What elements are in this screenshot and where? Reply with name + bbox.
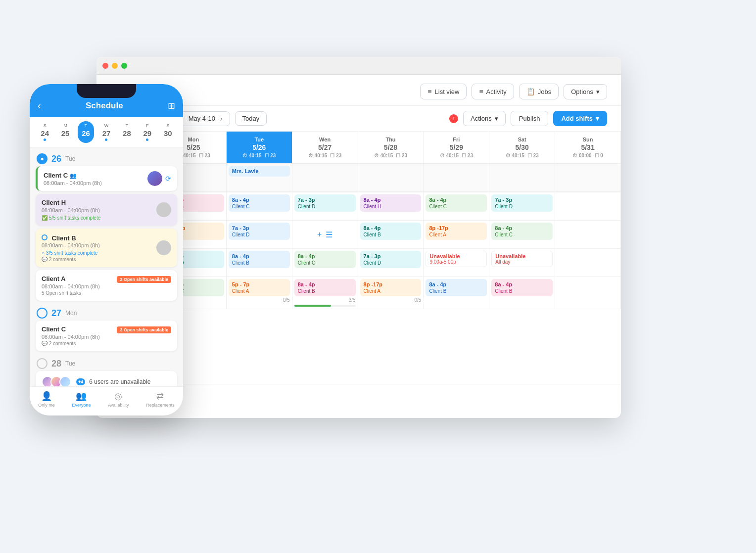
phone-bottom-nav: 👤 Only me 👥 Everyone ◎ Availability ⇄ Re… <box>30 386 183 415</box>
phone-inner: ‹ Schedule ⊞ S 24 M 25 T 26 W 27 <box>30 84 183 415</box>
shift-torres-sat[interactable]: 7a - 3p Client D <box>489 192 555 220</box>
options-button[interactable]: Options ▾ <box>564 84 607 99</box>
shift-colon-wen[interactable]: + ☰ <box>292 221 358 248</box>
phone-menu-button[interactable]: ⊞ <box>168 100 175 111</box>
shift-colon-sat[interactable]: 8a - 4p Client C <box>489 221 555 248</box>
availability-icon: ◎ <box>114 391 122 402</box>
shift-chip[interactable]: 7a - 3p Client D <box>294 194 356 212</box>
shift-higgins-sat[interactable]: 8a - 4p Client B <box>489 277 555 309</box>
shift-chip[interactable]: 8a - 4p Client H <box>360 194 422 212</box>
open-shift-chip-mrs-lavie[interactable]: Mrs. Lavie <box>229 166 290 177</box>
phone-date-item-thu28[interactable]: T 28 <box>119 121 135 143</box>
phone-date-strip: S 24 M 25 T 26 W 27 T 28 F <box>30 117 183 147</box>
phone-card-client-c[interactable]: Client C 👥 08:00am - 04:00pm (8h) ⟳ <box>36 166 177 191</box>
shift-elliott-fri[interactable]: Unavailable 9:00a-5:00p <box>424 249 489 276</box>
phone-notch <box>77 84 136 98</box>
shift-elliott-wen[interactable]: 8a - 4p Client C <box>292 249 358 276</box>
add-shift-cell[interactable]: + ☰ <box>294 223 356 246</box>
shift-chip[interactable]: 8a - 4p Client C <box>229 194 290 212</box>
browser-titlebar <box>96 57 621 75</box>
add-icon: + <box>317 230 322 239</box>
phone-nav-only-me[interactable]: 👤 Only me <box>38 391 55 408</box>
publish-button[interactable]: Publish <box>511 111 549 126</box>
shift-colon-tue[interactable]: 7a - 3p Client D <box>227 221 292 248</box>
open-shifts-badge: 2 Open shifts available <box>117 276 171 283</box>
browser-dot-red[interactable] <box>102 63 108 69</box>
shift-chip[interactable]: 7a - 3p Client D <box>229 223 290 240</box>
shift-chip[interactable]: 8a - 4p Client C <box>425 194 487 212</box>
phone-card-client-h[interactable]: Client H 08:00am - 04:00pm (8h) ✅ 5/5 sh… <box>36 194 177 226</box>
browser-dot-green[interactable] <box>121 63 127 69</box>
avatar <box>147 171 162 186</box>
shift-higgins-fri[interactable]: 8a - 4p Client B <box>424 277 489 309</box>
phone-date-item-wed27[interactable]: W 27 <box>98 121 115 143</box>
alert-badge: ! <box>449 114 458 123</box>
shift-higgins-wen[interactable]: 8a - 4p Client B 3/5 <box>292 277 358 309</box>
shift-torres-thu[interactable]: 8a - 4p Client H <box>358 192 424 220</box>
phone-date-item-fri29[interactable]: F 29 <box>139 121 155 143</box>
chevron-down-icon: ▾ <box>495 115 498 122</box>
open-shift-cell-thu <box>358 164 424 191</box>
activity-button[interactable]: ≡ Activity <box>472 84 514 99</box>
phone-section-28-header: 28 Tue <box>30 354 183 371</box>
shift-chip[interactable]: 8p -17p Client A <box>425 223 487 240</box>
phone-nav-replacements[interactable]: ⇄ Replacements <box>146 391 175 408</box>
date-range-label: May 4-10 <box>189 115 215 122</box>
shift-higgins-thu[interactable]: 8p -17p Client A 0/5 <box>358 277 424 309</box>
shift-elliott-tue[interactable]: 8a - 4p Client B <box>227 249 292 276</box>
phone-card-client-c-27[interactable]: Client C 3 Open shifts available 08:00am… <box>36 321 177 351</box>
shift-elliott-sat[interactable]: Unavailable All day <box>489 249 555 276</box>
day-header-tue526: Tue 5/26 ⏱ 40:15 ☐ 23 <box>227 132 292 163</box>
shift-elliott-sun <box>555 249 621 276</box>
phone-date-item-sun24[interactable]: S 24 <box>37 121 53 143</box>
shift-chip[interactable]: 8a - 4p Client B <box>229 251 290 268</box>
chevron-down-icon: ▾ <box>596 115 599 122</box>
shift-higgins-tue[interactable]: 5p - 7p Client A 0/5 <box>227 277 292 309</box>
phone-section-26-header: ● 26 Tue <box>30 149 183 166</box>
shift-chip[interactable]: 8a - 4p Client B <box>491 279 553 296</box>
shift-elliott-thu[interactable]: 7a - 3p Client D <box>358 249 424 276</box>
unavailable-chip: Unavailable 9:00a-5:00p <box>425 251 487 267</box>
list-view-button[interactable]: ≡ List view <box>420 84 467 99</box>
next-week-button[interactable]: › <box>220 115 223 123</box>
shift-chip[interactable]: 8p -17p Client A <box>360 279 422 296</box>
day-header-sat530: Sat 5/30 ⏱ 40:15 ☐ 23 <box>489 132 555 163</box>
phone-back-button[interactable]: ‹ <box>38 100 41 111</box>
refresh-icon[interactable]: ⟳ <box>165 175 171 183</box>
shift-chip[interactable]: 8a - 4p Client C <box>491 223 553 240</box>
chevron-down-icon: ▾ <box>596 88 600 95</box>
phone-date-item-mon25[interactable]: M 25 <box>57 121 74 143</box>
shift-torres-wen[interactable]: 7a - 3p Client D <box>292 192 358 220</box>
open-shift-cell-wen <box>292 164 358 191</box>
actions-button[interactable]: Actions ▾ <box>463 111 506 126</box>
unavail-text: 6 users are unavailable <box>89 378 150 385</box>
open-shifts-badge-27: 3 Open shifts available <box>117 326 171 333</box>
browser-dot-yellow[interactable] <box>112 63 118 69</box>
shift-chip[interactable]: 7a - 3p Client D <box>360 251 422 268</box>
shift-colon-fri[interactable]: 8p -17p Client A <box>424 221 489 248</box>
shift-chip[interactable]: 8a - 4p Client B <box>425 279 487 296</box>
shift-chip[interactable]: 8a - 4p Client B <box>294 279 356 296</box>
phone-date-item-sat30[interactable]: S 30 <box>160 121 176 143</box>
open-shift-cell-tue[interactable]: Mrs. Lavie <box>227 164 292 191</box>
shift-chip[interactable]: 5p - 7p Client A <box>229 279 290 296</box>
phone-nav-availability[interactable]: ◎ Availability <box>108 391 129 408</box>
day-header-sun531: Sun 5/31 ⏱ 00:00 ☐ 0 <box>555 132 621 163</box>
shift-torres-fri[interactable]: 8a - 4p Client C <box>424 192 489 220</box>
phone-card-client-a[interactable]: Client A 2 Open shifts available 08:00am… <box>36 270 177 301</box>
unavailable-chip: Unavailable All day <box>491 251 553 267</box>
list-icon: ≡ <box>427 88 431 95</box>
day-header-thu528: Thu 5/28 ⏱ 40:15 ☐ 23 <box>358 132 424 163</box>
shift-chip[interactable]: 8a - 4p Client C <box>294 251 356 268</box>
today-button[interactable]: Today <box>235 111 267 126</box>
phone-mockup: ‹ Schedule ⊞ S 24 M 25 T 26 W 27 <box>30 84 183 415</box>
phone-nav-everyone[interactable]: 👥 Everyone <box>72 391 91 408</box>
add-shifts-button[interactable]: Add shifts ▾ <box>553 111 607 126</box>
jobs-button[interactable]: 📋 Jobs <box>519 84 559 99</box>
shift-chip[interactable]: 7a - 3p Client D <box>491 194 553 212</box>
shift-chip[interactable]: 8a - 4p Client B <box>360 223 422 240</box>
shift-colon-thu[interactable]: 8a - 4p Client B <box>358 221 424 248</box>
shift-torres-tue[interactable]: 8a - 4p Client C <box>227 192 292 220</box>
phone-date-item-tue26[interactable]: T 26 <box>78 121 94 143</box>
phone-card-client-b[interactable]: Client B 08:00am - 04:00pm (8h) ○ 3/5 sh… <box>36 229 177 267</box>
